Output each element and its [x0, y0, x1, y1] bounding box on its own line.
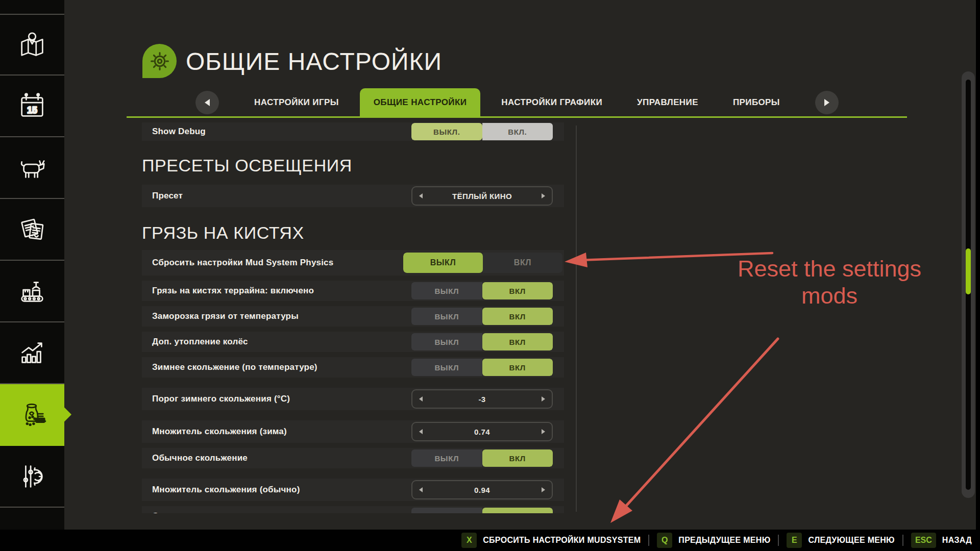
selector-winter-slipping-threshold[interactable]: -3 — [411, 389, 553, 409]
tab-underline — [127, 116, 907, 118]
setting-row-normal-slipping: Обычное скольжениеВЫКЛВКЛ — [142, 448, 564, 468]
tabs-next-button[interactable] — [815, 91, 839, 114]
setting-row-terrain-mud-enabled: Грязь на кистях террайна: включеноВЫКЛВК… — [142, 281, 564, 301]
selector-preset[interactable]: ТЁПЛЫЙ КИНО — [411, 186, 553, 206]
sidebar-item-production[interactable] — [0, 261, 64, 322]
chevron-right-icon — [824, 99, 829, 106]
sidebar-item-precision-farming[interactable]: 12345L — [0, 384, 64, 446]
setting-row-preset: ПресетТЁПЛЫЙ КИНО — [142, 185, 564, 207]
hint-back[interactable]: ESCНАЗАД — [911, 533, 972, 548]
toggle-winter-slipping-by-temperature: ВЫКЛВКЛ — [411, 359, 553, 376]
setting-row-winter-slipping-threshold: Порог зимнего скольжения (°C)-3 — [142, 388, 564, 410]
toggle-on-option[interactable]: ВКЛ — [482, 359, 553, 376]
map-icon — [16, 29, 48, 61]
toggle-on-option[interactable]: ВКЛ — [482, 449, 553, 467]
selector-prev-icon[interactable] — [419, 396, 423, 402]
toggle-off-option[interactable]: ВЫКЛ — [411, 449, 482, 467]
hint-previous-menu[interactable]: QПРЕДЫДУЩЕЕ МЕНЮ — [657, 533, 770, 548]
hint-reset-mudsystem[interactable]: XСБРОСИТЬ НАСТРОЙКИ MUDSYSTEM — [461, 533, 641, 548]
setting-row-slip-multiplier-winter: Множитель скольжения (зима)0.74 — [142, 420, 564, 443]
tab-game-settings[interactable]: НАСТРОЙКИ ИГРЫ — [240, 88, 353, 116]
selector-next-icon[interactable] — [542, 193, 545, 198]
tabs-prev-button[interactable] — [195, 91, 219, 114]
chevron-left-icon — [205, 99, 210, 106]
toggle-terrain-mud-enabled: ВЫКЛВКЛ — [411, 282, 553, 299]
toggle-reset-mud-system-physics: ВЫКЛВКЛ — [403, 253, 562, 273]
toggle-off-option[interactable]: ВЫКЛ — [411, 508, 482, 513]
setting-row-rain-slipping: Скольжение от дождяВЫКЛВКЛ — [142, 506, 564, 513]
annotation-note: Reset the settings mods — [715, 255, 944, 309]
sidebar-item-mod-settings[interactable] — [0, 446, 64, 508]
toggle-on-option[interactable]: ВКЛ — [483, 253, 562, 273]
precision-farming-icon: 12345L — [16, 399, 48, 431]
selector-value: 0.74 — [423, 428, 542, 436]
sidebar: 1512345L — [0, 0, 64, 551]
key-badge-esc: ESC — [911, 533, 936, 548]
setting-label: Грязь на кистях террайна: включено — [152, 286, 314, 296]
page-icon — [142, 44, 177, 78]
setting-label: Множитель скольжения (зима) — [152, 427, 287, 437]
fs-settings-screen: 1512345L ОБЩИЕ НАСТРОЙКИ НАСТРОЙКИ ИГРЫО… — [0, 0, 980, 551]
tab-general-settings[interactable]: ОБЩИЕ НАСТРОЙКИ — [360, 88, 481, 116]
settings-list: Show DebugВЫКЛ.ВКЛ.ПРЕСЕТЫ ОСВЕЩЕНИЯПрес… — [142, 122, 564, 513]
setting-label: Заморозка грязи от температуры — [152, 311, 299, 321]
selector-next-icon[interactable] — [542, 396, 545, 402]
hint-separator — [648, 535, 649, 546]
setting-label: Сбросить настройки Mud System Physics — [152, 258, 333, 268]
hint-separator — [902, 535, 903, 546]
toggle-on-option[interactable]: ВКЛ — [482, 333, 553, 350]
sidebar-item-map[interactable] — [0, 14, 64, 76]
sidebar-item-animals[interactable] — [0, 137, 64, 199]
page-title: ОБЩИЕ НАСТРОЙКИ — [186, 47, 442, 76]
key-badge-x: X — [461, 533, 477, 548]
setting-label: Множитель скольжения (обычно) — [152, 485, 300, 495]
animals-icon — [16, 152, 48, 184]
key-badge-e: E — [787, 533, 802, 548]
toggle-off-option[interactable]: ВЫКЛ. — [411, 123, 482, 140]
selector-value: -3 — [423, 395, 542, 404]
setting-label: Доп. утопление колёс — [152, 337, 248, 347]
sidebar-item-statistics[interactable] — [0, 322, 64, 384]
toggle-on-option[interactable]: ВКЛ. — [482, 123, 553, 140]
tab-instruments[interactable]: ПРИБОРЫ — [719, 88, 794, 116]
toggle-on-option[interactable]: ВКЛ — [482, 508, 553, 513]
active-item-notch — [64, 407, 71, 422]
hint-label: ПРЕДЫДУЩЕЕ МЕНЮ — [678, 536, 770, 545]
setting-label: Пресет — [152, 191, 183, 201]
hint-label: НАЗАД — [942, 536, 972, 545]
toggle-off-option[interactable]: ВЫКЛ — [403, 253, 483, 273]
setting-row-winter-slipping-by-temperature: Зимнее скольжение (по температуре)ВЫКЛВК… — [142, 357, 564, 378]
setting-label: Скольжение от дождя — [152, 511, 248, 513]
selector-slip-multiplier-normal[interactable]: 0.94 — [411, 480, 553, 499]
toggle-on-option[interactable]: ВКЛ — [482, 282, 553, 299]
toggle-off-option[interactable]: ВЫКЛ — [411, 333, 482, 350]
sidebar-item-calendar[interactable]: 15 — [0, 76, 64, 137]
selector-slip-multiplier-winter[interactable]: 0.74 — [411, 422, 553, 441]
setting-label: Обычное скольжение — [152, 453, 248, 463]
selector-prev-icon[interactable] — [419, 193, 423, 198]
setting-label: Порог зимнего скольжения (°C) — [152, 394, 290, 404]
hint-next-menu[interactable]: EСЛЕДУЮЩЕЕ МЕНЮ — [787, 533, 894, 548]
selector-next-icon[interactable] — [542, 487, 545, 492]
toggle-rain-slipping: ВЫКЛВКЛ — [411, 508, 553, 513]
toggle-mud-freezing-by-temperature: ВЫКЛВКЛ — [411, 308, 553, 325]
toggle-off-option[interactable]: ВЫКЛ — [411, 308, 482, 325]
tab-graphics-settings[interactable]: НАСТРОЙКИ ГРАФИКИ — [487, 88, 616, 116]
toggle-off-option[interactable]: ВЫКЛ — [411, 359, 482, 376]
scrollbar[interactable] — [962, 71, 975, 498]
scrollbar-thumb[interactable] — [966, 248, 971, 294]
toggle-off-option[interactable]: ВЫКЛ — [411, 282, 482, 299]
setting-row-slip-multiplier-normal: Множитель скольжения (обычно)0.94 — [142, 479, 564, 501]
settings-tab-bar: НАСТРОЙКИ ИГРЫОБЩИЕ НАСТРОЙКИНАСТРОЙКИ Г… — [127, 88, 908, 116]
toggle-on-option[interactable]: ВКЛ — [482, 308, 553, 325]
sidebar-item-contracts[interactable] — [0, 199, 64, 261]
selector-prev-icon[interactable] — [419, 429, 423, 434]
selector-prev-icon[interactable] — [419, 487, 423, 492]
tab-controls[interactable]: УПРАВЛЕНИЕ — [623, 88, 712, 116]
mod-settings-icon — [16, 461, 48, 492]
setting-label: Зимнее скольжение (по температуре) — [152, 362, 317, 372]
calendar-icon: 15 — [16, 90, 48, 122]
arrow-to-footer-hint — [610, 339, 778, 523]
key-hint-bar: XСБРОСИТЬ НАСТРОЙКИ MUDSYSTEMQПРЕДЫДУЩЕЕ… — [0, 530, 980, 551]
selector-next-icon[interactable] — [542, 429, 545, 434]
